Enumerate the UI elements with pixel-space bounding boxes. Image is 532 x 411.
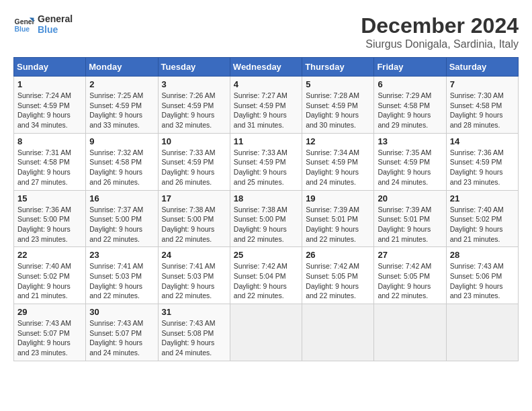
day-of-week-header: Sunday — [14, 58, 86, 77]
day-number: 26 — [306, 250, 370, 260]
day-of-week-header: Wednesday — [230, 58, 302, 77]
day-number: 15 — [17, 193, 82, 203]
day-info: Sunrise: 7:28 AM Sunset: 4:59 PM Dayligh… — [306, 91, 370, 130]
calendar-cell: 2 Sunrise: 7:25 AM Sunset: 4:59 PM Dayli… — [86, 77, 158, 134]
day-of-week-header: Friday — [374, 58, 446, 77]
day-info: Sunrise: 7:38 AM Sunset: 5:00 PM Dayligh… — [234, 205, 298, 244]
day-info: Sunrise: 7:33 AM Sunset: 4:59 PM Dayligh… — [162, 148, 226, 187]
day-number: 10 — [162, 136, 226, 146]
day-of-week-header: Tuesday — [158, 58, 230, 77]
day-info: Sunrise: 7:43 AM Sunset: 5:07 PM Dayligh… — [17, 318, 82, 358]
day-info: Sunrise: 7:35 AM Sunset: 4:59 PM Dayligh… — [378, 148, 442, 187]
calendar-cell: 24 Sunrise: 7:41 AM Sunset: 5:03 PM Dayl… — [158, 247, 230, 304]
calendar-cell: 7 Sunrise: 7:30 AM Sunset: 4:58 PM Dayli… — [446, 77, 518, 134]
calendar-title: December 2024 — [361, 13, 519, 38]
calendar-cell — [374, 304, 446, 361]
day-info: Sunrise: 7:33 AM Sunset: 4:59 PM Dayligh… — [234, 148, 298, 187]
calendar-cell — [230, 304, 302, 361]
day-number: 12 — [306, 136, 370, 146]
calendar-cell: 5 Sunrise: 7:28 AM Sunset: 4:59 PM Dayli… — [302, 77, 374, 134]
calendar-cell: 31 Sunrise: 7:43 AM Sunset: 5:08 PM Dayl… — [158, 304, 230, 361]
day-info: Sunrise: 7:38 AM Sunset: 5:00 PM Dayligh… — [162, 205, 226, 244]
day-info: Sunrise: 7:41 AM Sunset: 5:03 PM Dayligh… — [162, 261, 226, 301]
day-number: 8 — [17, 136, 82, 146]
page-header: General Blue General Blue December 2024 … — [13, 13, 519, 50]
calendar-body: 1 Sunrise: 7:24 AM Sunset: 4:59 PM Dayli… — [14, 77, 519, 361]
day-info: Sunrise: 7:32 AM Sunset: 4:58 PM Dayligh… — [89, 148, 154, 187]
day-number: 29 — [17, 307, 82, 317]
day-number: 25 — [234, 250, 298, 260]
calendar-subtitle: Siurgus Donigala, Sardinia, Italy — [361, 38, 519, 50]
day-info: Sunrise: 7:39 AM Sunset: 5:01 PM Dayligh… — [306, 205, 370, 244]
calendar-cell: 1 Sunrise: 7:24 AM Sunset: 4:59 PM Dayli… — [14, 77, 86, 134]
calendar-cell: 29 Sunrise: 7:43 AM Sunset: 5:07 PM Dayl… — [14, 304, 86, 361]
day-info: Sunrise: 7:36 AM Sunset: 4:59 PM Dayligh… — [450, 148, 515, 187]
day-info: Sunrise: 7:42 AM Sunset: 5:05 PM Dayligh… — [378, 261, 442, 301]
calendar-cell: 4 Sunrise: 7:27 AM Sunset: 4:59 PM Dayli… — [230, 77, 302, 134]
calendar-cell: 11 Sunrise: 7:33 AM Sunset: 4:59 PM Dayl… — [230, 133, 302, 190]
header-row: SundayMondayTuesdayWednesdayThursdayFrid… — [14, 58, 519, 77]
calendar-week-row: 15 Sunrise: 7:36 AM Sunset: 5:00 PM Dayl… — [14, 190, 519, 247]
day-number: 7 — [450, 79, 515, 89]
day-info: Sunrise: 7:43 AM Sunset: 5:06 PM Dayligh… — [450, 261, 515, 301]
calendar-cell: 13 Sunrise: 7:35 AM Sunset: 4:59 PM Dayl… — [374, 133, 446, 190]
calendar-cell: 26 Sunrise: 7:42 AM Sunset: 5:05 PM Dayl… — [302, 247, 374, 304]
day-number: 31 — [162, 307, 226, 317]
day-info: Sunrise: 7:36 AM Sunset: 5:00 PM Dayligh… — [17, 205, 82, 244]
day-number: 14 — [450, 136, 515, 146]
calendar-week-row: 1 Sunrise: 7:24 AM Sunset: 4:59 PM Dayli… — [14, 77, 519, 134]
day-number: 20 — [378, 193, 442, 203]
day-number: 5 — [306, 79, 370, 89]
calendar-cell: 10 Sunrise: 7:33 AM Sunset: 4:59 PM Dayl… — [158, 133, 230, 190]
calendar-cell: 8 Sunrise: 7:31 AM Sunset: 4:58 PM Dayli… — [14, 133, 86, 190]
day-number: 28 — [450, 250, 515, 260]
calendar-cell: 12 Sunrise: 7:34 AM Sunset: 4:59 PM Dayl… — [302, 133, 374, 190]
day-of-week-header: Thursday — [302, 58, 374, 77]
day-number: 17 — [162, 193, 226, 203]
logo: General Blue General Blue — [13, 13, 73, 35]
calendar-cell: 30 Sunrise: 7:43 AM Sunset: 5:07 PM Dayl… — [86, 304, 158, 361]
day-info: Sunrise: 7:29 AM Sunset: 4:58 PM Dayligh… — [378, 91, 442, 130]
calendar-cell: 17 Sunrise: 7:38 AM Sunset: 5:00 PM Dayl… — [158, 190, 230, 247]
day-number: 27 — [378, 250, 442, 260]
calendar-cell: 28 Sunrise: 7:43 AM Sunset: 5:06 PM Dayl… — [446, 247, 518, 304]
calendar-cell: 14 Sunrise: 7:36 AM Sunset: 4:59 PM Dayl… — [446, 133, 518, 190]
logo-icon: General Blue — [13, 13, 35, 35]
day-info: Sunrise: 7:27 AM Sunset: 4:59 PM Dayligh… — [234, 91, 298, 130]
calendar-cell: 9 Sunrise: 7:32 AM Sunset: 4:58 PM Dayli… — [86, 133, 158, 190]
calendar-table: SundayMondayTuesdayWednesdayThursdayFrid… — [13, 57, 519, 361]
day-number: 16 — [89, 193, 154, 203]
day-number: 11 — [234, 136, 298, 146]
day-info: Sunrise: 7:25 AM Sunset: 4:59 PM Dayligh… — [89, 91, 154, 130]
logo-general: General — [38, 13, 73, 24]
calendar-cell: 3 Sunrise: 7:26 AM Sunset: 4:59 PM Dayli… — [158, 77, 230, 134]
calendar-cell: 20 Sunrise: 7:39 AM Sunset: 5:01 PM Dayl… — [374, 190, 446, 247]
day-number: 4 — [234, 79, 298, 89]
day-number: 13 — [378, 136, 442, 146]
calendar-cell: 19 Sunrise: 7:39 AM Sunset: 5:01 PM Dayl… — [302, 190, 374, 247]
calendar-week-row: 8 Sunrise: 7:31 AM Sunset: 4:58 PM Dayli… — [14, 133, 519, 190]
calendar-cell: 27 Sunrise: 7:42 AM Sunset: 5:05 PM Dayl… — [374, 247, 446, 304]
calendar-week-row: 29 Sunrise: 7:43 AM Sunset: 5:07 PM Dayl… — [14, 304, 519, 361]
day-info: Sunrise: 7:43 AM Sunset: 5:07 PM Dayligh… — [89, 318, 154, 358]
day-number: 19 — [306, 193, 370, 203]
day-info: Sunrise: 7:39 AM Sunset: 5:01 PM Dayligh… — [378, 205, 442, 244]
day-info: Sunrise: 7:24 AM Sunset: 4:59 PM Dayligh… — [17, 91, 82, 130]
calendar-cell: 21 Sunrise: 7:40 AM Sunset: 5:02 PM Dayl… — [446, 190, 518, 247]
day-info: Sunrise: 7:31 AM Sunset: 4:58 PM Dayligh… — [17, 148, 82, 187]
day-number: 18 — [234, 193, 298, 203]
day-of-week-header: Monday — [86, 58, 158, 77]
calendar-cell: 23 Sunrise: 7:41 AM Sunset: 5:03 PM Dayl… — [86, 247, 158, 304]
day-number: 24 — [162, 250, 226, 260]
day-info: Sunrise: 7:40 AM Sunset: 5:02 PM Dayligh… — [450, 205, 515, 244]
day-number: 9 — [89, 136, 154, 146]
day-number: 1 — [17, 79, 82, 89]
calendar-cell: 25 Sunrise: 7:42 AM Sunset: 5:04 PM Dayl… — [230, 247, 302, 304]
day-of-week-header: Saturday — [446, 58, 518, 77]
calendar-cell — [446, 304, 518, 361]
day-number: 2 — [89, 79, 154, 89]
day-info: Sunrise: 7:37 AM Sunset: 5:00 PM Dayligh… — [89, 205, 154, 244]
calendar-cell: 15 Sunrise: 7:36 AM Sunset: 5:00 PM Dayl… — [14, 190, 86, 247]
svg-text:Blue: Blue — [15, 26, 30, 33]
calendar-cell: 22 Sunrise: 7:40 AM Sunset: 5:02 PM Dayl… — [14, 247, 86, 304]
